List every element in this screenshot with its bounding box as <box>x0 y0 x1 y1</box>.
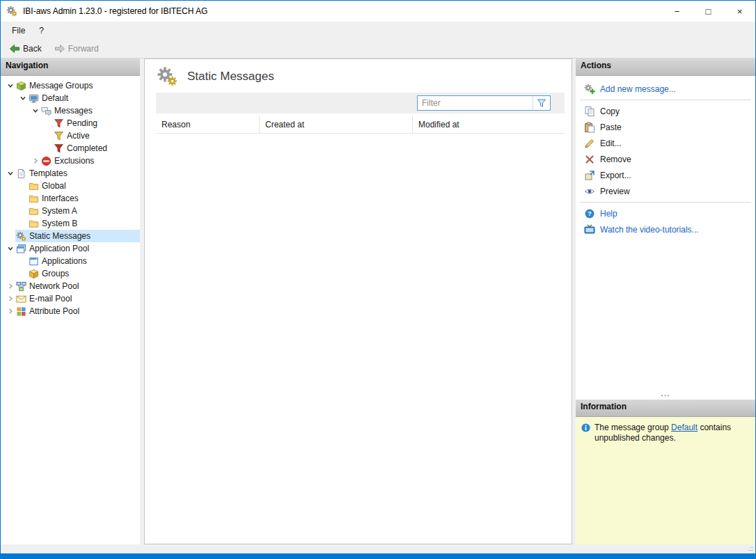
app-window: IBI-aws Admin 1.23.0 - registered for IB… <box>0 0 756 559</box>
tree-label: Groups <box>42 269 69 278</box>
attributes-icon <box>16 306 26 317</box>
tree-label: Messages <box>54 106 93 116</box>
tree-item-system-b[interactable]: System B <box>1 217 140 230</box>
tree-item-default[interactable]: Default <box>1 92 140 104</box>
chevron-right-icon[interactable] <box>5 294 15 304</box>
maximize-icon: □ <box>706 6 711 17</box>
app-icon <box>6 6 17 17</box>
tree-item-global[interactable]: Global <box>1 180 140 192</box>
tree-label: System B <box>42 219 77 228</box>
expander-spacer <box>42 118 53 129</box>
tree-item-applications[interactable]: Applications <box>1 255 140 267</box>
chevron-down-icon[interactable] <box>17 93 28 104</box>
action-preview[interactable]: Preview <box>576 183 755 199</box>
minimize-button[interactable]: − <box>661 1 693 22</box>
close-icon: × <box>737 6 743 17</box>
forward-arrow-icon <box>54 43 65 54</box>
tree-item-attribute-pool[interactable]: Attribute Pool <box>1 305 140 317</box>
paste-icon <box>584 122 595 133</box>
tree-item-groups[interactable]: Groups <box>1 267 140 280</box>
separator <box>580 202 751 203</box>
tree-label: E-mail Pool <box>29 294 72 304</box>
tree-label: Applications <box>42 256 87 266</box>
action-label: Copy <box>600 107 620 116</box>
tree-item-message-groups[interactable]: Message Groups <box>1 79 140 92</box>
action-export[interactable]: Export... <box>576 167 755 183</box>
chevron-right-icon[interactable] <box>30 156 40 166</box>
chevron-down-icon[interactable] <box>30 106 40 116</box>
menu-file[interactable]: File <box>5 23 32 38</box>
chevron-right-icon[interactable] <box>5 281 15 292</box>
forward-label: Forward <box>68 44 99 54</box>
tree-item-interfaces[interactable]: Interfaces <box>1 192 140 205</box>
resize-grip[interactable]: .:: <box>748 546 753 552</box>
tree-item-exclusions[interactable]: Exclusions <box>1 155 140 167</box>
action-help[interactable]: Help <box>576 205 755 221</box>
forward-button[interactable]: Forward <box>49 42 104 56</box>
action-remove[interactable]: Remove <box>576 151 755 167</box>
panel-splitter-handle[interactable]: ... <box>576 391 755 400</box>
tree-label: Static Messages <box>29 231 90 241</box>
tree-item-network-pool[interactable]: Network Pool <box>1 280 140 292</box>
tree-label: Application Pool <box>29 244 89 253</box>
minimize-icon: − <box>675 6 680 17</box>
menu-help[interactable]: ? <box>32 23 51 38</box>
tree-item-pending[interactable]: Pending <box>1 117 140 129</box>
video-tutorials-icon <box>584 224 595 235</box>
expander-spacer <box>17 256 28 267</box>
tree-item-completed[interactable]: Completed <box>1 142 140 155</box>
maximize-button[interactable]: □ <box>693 1 724 22</box>
menubar: File ? <box>1 22 755 40</box>
column-header-reason[interactable]: Reason <box>156 116 259 133</box>
expander-spacer <box>5 231 15 242</box>
folder-icon <box>29 194 39 204</box>
add-message-icon <box>584 84 595 95</box>
completed-funnel-icon <box>54 143 64 154</box>
content-panel: Static Messages Reason Created at Modifi… <box>144 58 572 544</box>
action-watch-video-tutorials[interactable]: Watch the video-tutorials... <box>576 221 755 237</box>
tree-item-active[interactable]: Active <box>1 129 140 142</box>
folder-icon <box>29 181 39 191</box>
expander-spacer <box>17 194 28 204</box>
tree-item-application-pool[interactable]: Application Pool <box>1 242 140 255</box>
info-text-before: The message group <box>594 423 671 432</box>
back-button[interactable]: Back <box>3 42 47 56</box>
action-label: Export... <box>600 171 631 180</box>
tree-label: Message Groups <box>29 81 93 90</box>
tree-item-messages[interactable]: Messages <box>1 104 140 117</box>
tree-item-email-pool[interactable]: E-mail Pool <box>1 292 140 305</box>
window-title: IBI-aws Admin 1.23.0 - registered for IB… <box>23 6 661 16</box>
pending-funnel-icon <box>54 118 64 129</box>
column-header-created-at[interactable]: Created at <box>259 116 412 133</box>
remove-icon <box>584 154 595 165</box>
tree-item-system-a[interactable]: System A <box>1 205 140 217</box>
tree-item-static-messages[interactable]: Static Messages <box>1 230 140 242</box>
column-header-modified-at[interactable]: Modified at <box>412 116 565 133</box>
applications-icon <box>29 256 39 267</box>
action-edit[interactable]: Edit... <box>576 135 755 151</box>
action-label: Watch the video-tutorials... <box>600 225 699 235</box>
tree-label: Completed <box>67 143 107 153</box>
tree-label: System A <box>42 206 77 216</box>
tree-label: Interfaces <box>42 194 79 203</box>
chevron-down-icon[interactable] <box>5 244 15 254</box>
filter-input[interactable] <box>418 96 533 110</box>
chevron-down-icon[interactable] <box>5 81 15 91</box>
filter-icon[interactable] <box>533 96 550 110</box>
information-message: The message group Default contains unpub… <box>594 423 750 443</box>
static-messages-page-icon <box>156 65 178 88</box>
action-paste[interactable]: Paste <box>576 119 755 135</box>
action-label: Edit... <box>600 139 622 148</box>
action-add-new-message[interactable]: Add new message... <box>576 81 755 97</box>
content-area: Static Messages Reason Created at Modifi… <box>140 58 576 544</box>
action-label: Add new message... <box>600 84 676 94</box>
chevron-right-icon[interactable] <box>5 306 15 317</box>
close-button[interactable]: × <box>724 1 755 22</box>
default-group-link[interactable]: Default <box>671 423 698 432</box>
table-body <box>145 134 572 544</box>
tree-item-templates[interactable]: Templates <box>1 167 140 180</box>
chevron-down-icon[interactable] <box>5 168 15 179</box>
actions-panel: Actions Add new message... Copy Paste <box>576 58 755 400</box>
action-copy[interactable]: Copy <box>576 103 755 119</box>
copy-icon <box>584 106 595 117</box>
